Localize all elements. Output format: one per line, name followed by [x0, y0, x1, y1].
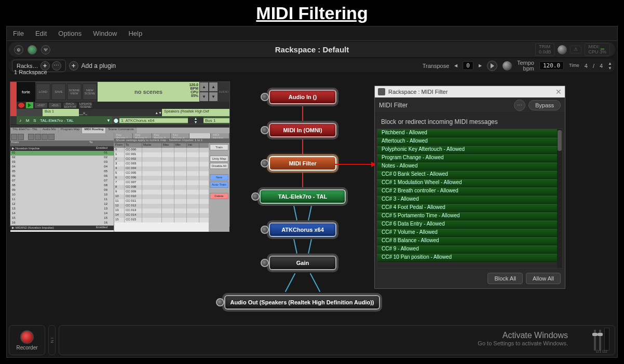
forte-addinst-button[interactable]: +INST [34, 102, 48, 108]
mf-list[interactable]: Pitchbend - AllowedAftertouch - AllowedP… [377, 129, 563, 269]
tab-audiomix[interactable]: Audio Mix [40, 128, 59, 133]
plugin-power-icon[interactable]: ⬤ [112, 116, 119, 124]
forte-updatescene-button[interactable]: UPDATE SCENE [78, 102, 93, 108]
node-midi-filter[interactable]: MIDI Filter [269, 156, 336, 171]
tab-programmap[interactable]: Program Map [59, 128, 82, 133]
node-tal[interactable]: TAL-Elek7ro - TAL [260, 189, 346, 204]
timesig-den[interactable]: 4 [600, 63, 603, 69]
icon-1[interactable]: ⊚ [14, 45, 23, 54]
mf-item[interactable]: CC# 0 Bank Select - Allowed [377, 171, 562, 179]
node-audio-in[interactable]: Audio In () [269, 90, 336, 104]
tempo-value[interactable]: 120.0 [539, 61, 564, 70]
timesig-num[interactable]: 4 [585, 63, 588, 69]
cc-row[interactable]: 9CC 009 [114, 190, 209, 194]
node-knob-icon[interactable] [251, 192, 260, 201]
mf-item[interactable]: Program Change - Allowed [377, 154, 562, 162]
close-icon[interactable]: ✕ [555, 88, 562, 96]
forte-load-button[interactable]: LOAD [36, 83, 50, 100]
node-knob-icon[interactable] [261, 159, 269, 167]
node-knob-icon[interactable] [216, 298, 224, 306]
cc-row[interactable]: 12CC 012 [114, 204, 209, 208]
cc-row[interactable]: 5CC 005 [114, 171, 209, 176]
block-all-button[interactable]: Block All [487, 273, 523, 284]
forte-icon-5[interactable] [42, 134, 48, 140]
cc-row[interactable]: 0CC 000 [114, 148, 209, 152]
cc-row[interactable]: 2CC 002 [114, 157, 209, 162]
node-knob-icon[interactable] [261, 259, 269, 267]
fader-1[interactable] [594, 330, 596, 351]
device-row[interactable]: 1111 [10, 198, 114, 202]
transpose-value[interactable]: 0 [463, 61, 473, 70]
cc-row[interactable]: 15CC 015 [114, 218, 209, 222]
fader-2[interactable] [599, 330, 601, 351]
forte-save-button[interactable]: SAVE [51, 83, 66, 100]
device-list[interactable]: ▶ Novation ImpulseEnabled010102020303040… [10, 146, 114, 230]
cc-row[interactable]: 14CC 014 [114, 213, 209, 218]
rtab-kr3[interactable]: Key Range 3 [152, 133, 171, 138]
mf-item[interactable]: CC# 3 - Allowed [377, 195, 562, 204]
allow-all-button[interactable]: Allow All [526, 273, 561, 284]
cc-row[interactable]: 3CC 003 [114, 162, 209, 166]
mf-more-button[interactable]: ⋯ [514, 100, 525, 111]
mf-item[interactable]: CC# 7 Volume - Allowed [377, 229, 562, 237]
cc-row[interactable]: 1CC 001 [114, 152, 209, 157]
mf-item[interactable]: Polyphonic Key Aftertouch - Allowed [377, 146, 562, 154]
forte-rackeditor-button[interactable]: RACK EDITOR [63, 102, 77, 108]
device-row[interactable]: 0707 [10, 179, 114, 184]
track-name[interactable]: TAL-Elek7ro - TAL [38, 118, 105, 123]
device-row[interactable]: 0909 [10, 188, 114, 193]
forte-addbus-button[interactable]: +BUS [48, 102, 62, 108]
plugin-slot[interactable]: 1: ATKChorus x64 [119, 118, 188, 123]
mf-item[interactable]: CC# 9 - Allowed [377, 245, 562, 254]
device-row[interactable]: 0303 [10, 160, 114, 165]
tab-midirouting[interactable]: MIDI Routing [82, 128, 106, 133]
add-plugin-button[interactable]: + [69, 61, 78, 71]
forte-icon-6[interactable] [48, 134, 55, 140]
fader-icon[interactable]: ⎯⎯◉⎯ [79, 111, 87, 115]
node-midi-in[interactable]: MIDI In (OMNI) [269, 123, 336, 137]
cc-row[interactable]: 11CC 011 [114, 199, 209, 204]
forte-icon-4[interactable] [35, 134, 41, 140]
device-row[interactable]: 1010 [10, 193, 114, 198]
node-knob-icon[interactable] [261, 126, 269, 134]
cc-row[interactable]: 6CC 006 [114, 176, 209, 180]
device-row[interactable]: 1515 [10, 216, 114, 221]
tab-instrument[interactable]: TAL-Elek7ro - TAL [10, 128, 40, 133]
track-dropdown-icon[interactable]: ▼ [105, 118, 112, 123]
record-button[interactable] [20, 330, 34, 344]
cc-row[interactable]: 8CC 008 [114, 185, 209, 190]
tab-scenecommands[interactable]: Scene Commands [106, 128, 136, 133]
forte-icon-1[interactable] [11, 134, 17, 140]
rtab-kr1[interactable]: Key Range 1 [114, 133, 133, 138]
mf-item[interactable]: Notes - Allowed [377, 162, 562, 171]
mf-item[interactable]: CC# 8 Balance - Allowed [377, 237, 562, 245]
mf-item[interactable]: Aftertouch - Allowed [377, 137, 562, 146]
track-solo[interactable]: S [31, 118, 38, 123]
forte-icon-3[interactable] [28, 134, 34, 140]
mf-item[interactable]: CC# 1 Modulation Wheel - Allowed [377, 179, 562, 187]
device-row[interactable]: ▶ MIDIIN2 (Novation Impulse)Enabled [10, 226, 114, 230]
mf-item[interactable]: CC# 5 Portamento Time - Allowed [377, 212, 562, 220]
device-row[interactable]: 1616 [10, 221, 114, 226]
device-row[interactable]: 0808 [10, 184, 114, 188]
menu-options[interactable]: Options [58, 30, 82, 37]
cc-row[interactable]: 13CC 013 [114, 208, 209, 213]
device-row[interactable]: 0606 [10, 174, 114, 179]
menu-help[interactable]: Help [128, 30, 142, 37]
menu-edit[interactable]: Edit [35, 30, 47, 37]
device-row[interactable]: 0404 [10, 165, 114, 170]
tuning-fork-icon[interactable]: Ψ [41, 45, 50, 54]
mf-item[interactable]: CC# 4 Foot Pedal - Allowed [377, 204, 562, 212]
mf-item[interactable]: CC# 10 Pan position - Allowed [377, 254, 562, 262]
metronome-icon[interactable] [503, 61, 512, 71]
node-atk[interactable]: ATKChorus x64 [269, 222, 336, 237]
cc-row[interactable]: 10CC 010 [114, 194, 209, 199]
mf-item[interactable]: Pitchbend - Allowed [377, 129, 562, 137]
forte-play-button[interactable] [26, 102, 33, 108]
rack-more-button[interactable]: ⋯ [52, 61, 61, 71]
device-row[interactable]: 0505 [10, 170, 114, 174]
device-row[interactable]: 0202 [10, 156, 114, 160]
scrollbar[interactable] [557, 129, 562, 268]
track-mute[interactable]: M [24, 118, 31, 123]
device-row[interactable]: ▶ Novation ImpulseEnabled [10, 146, 114, 151]
